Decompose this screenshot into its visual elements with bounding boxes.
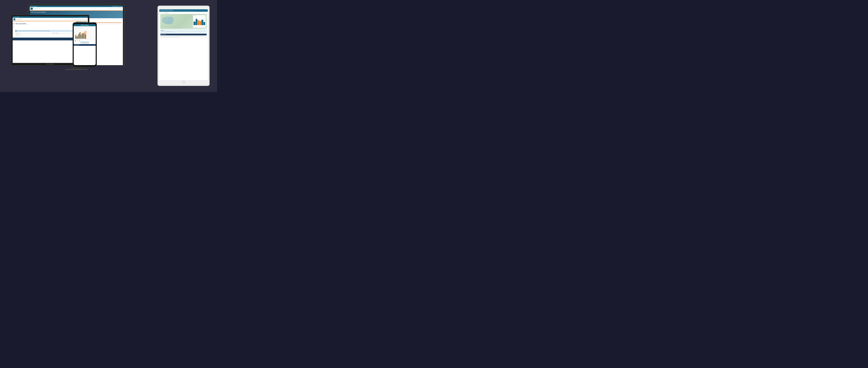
show-table-button[interactable]: SHOW TABLE	[84, 42, 89, 43]
email-icon[interactable]: ✉	[19, 17, 19, 18]
station-select[interactable]: Select a Station ▾	[164, 12, 169, 13]
disclaimer-title: Disclaimer	[161, 30, 206, 31]
hero-text: Delta Plan Performance Measures Tracking…	[30, 11, 123, 14]
tablet-chart-desc: This map shows the stations that have mi…	[160, 11, 207, 11]
org-label: Delta Stewardship Council	[112, 6, 119, 7]
linkedin-icon[interactable]: in	[17, 17, 18, 18]
legend-2012: Rating for 2012	[75, 40, 79, 41]
mini-bar-4	[199, 21, 202, 25]
expectations-text: Suppliers relying on the Delta watershed…	[16, 36, 51, 36]
nav-contact[interactable]: CONTACT	[120, 8, 122, 9]
map-pin-3[interactable]	[166, 22, 166, 22]
twitter-icon[interactable]: t	[34, 6, 34, 7]
site-nav: PERFORMANCE MEASURES ▾ ABOUT ▾ CONTACT	[109, 8, 122, 9]
bar-2014-6	[83, 33, 83, 39]
legend-swatch-2014	[79, 40, 80, 41]
nav-about[interactable]: ABOUT ▾	[82, 19, 84, 20]
bar-group-4	[80, 32, 81, 39]
tablet-content: Station options Select a Station ▾	[159, 12, 208, 39]
measure-text: Water contractors or urban water supplie…	[16, 33, 51, 35]
bar-2014-5	[82, 33, 82, 39]
twitter-icon[interactable]: t	[16, 17, 17, 18]
logo-text: DELTA STEWARDSHIP COUNCIL Delta Plan Per…	[33, 8, 40, 9]
sidebar-dot-1[interactable]	[13, 25, 14, 25]
sidebar-dot-4[interactable]	[13, 28, 14, 29]
tablet-home-button[interactable]	[182, 81, 185, 84]
phone-screen: NFIP Credit Ratings The chart shows Comm…	[74, 24, 96, 65]
hero-subtitle: Tracking progress in achieving the coequ…	[31, 13, 122, 13]
disclaimer-text: Data collected as of May 2019 at the ear…	[161, 31, 206, 32]
bar-2014-8	[86, 31, 86, 39]
about-measure-toggle[interactable]: ∧	[206, 34, 206, 35]
settings-label[interactable]: ⚙ Settings	[85, 17, 87, 18]
tablet-chart-title: Number of Days Not Meeting the Minimum	[160, 10, 207, 10]
bar-2014-3	[79, 34, 79, 39]
menu-icon[interactable]	[13, 24, 14, 24]
bar-2012-3	[78, 34, 79, 39]
bar-2012-7	[84, 33, 84, 39]
camera	[183, 8, 184, 8]
share-bar: Share: f t in ✉	[31, 6, 37, 7]
legend-swatch-2012	[75, 40, 75, 41]
phone-buttons: & CSV SHOW TABLE	[74, 41, 95, 43]
mini-bar-2	[196, 19, 197, 25]
laptop-topbar: Share: f t in ✉ Delta Stewardship Counci…	[13, 16, 88, 18]
chart-bars	[75, 29, 94, 39]
x-axis-labels: 07 08 09 10 11 12 13 14	[75, 39, 94, 39]
nav-contact[interactable]: CONTACT	[85, 19, 87, 20]
tablet-mockup: Number of Days Not Meeting the Minimum T…	[157, 6, 210, 86]
topbar-right: Delta Stewardship Council ⚙ Settings	[112, 6, 122, 7]
phone-chart: 07 08 09 10 11 12 13 14	[74, 29, 95, 40]
nav-performance-measures[interactable]: PERFORMANCE MEASURES ▾	[109, 8, 116, 9]
nav-performance-measures[interactable]: PERFORMANCE MEASURES ▾	[74, 19, 81, 20]
sidebar-dot-2[interactable]	[13, 26, 14, 26]
x-label-14: 14	[86, 39, 87, 39]
bar-group-2	[77, 36, 78, 39]
legend-label-2012: Rating for 2012	[76, 41, 79, 41]
org-tagline: Delta Plan Performance Measures	[16, 19, 23, 20]
share-label: Share:	[31, 6, 32, 7]
settings-label[interactable]: ⚙ Settings	[119, 6, 122, 7]
map-pin-2[interactable]	[167, 18, 167, 19]
expectations-label: EXPECTATIONS	[16, 35, 51, 36]
facebook-icon[interactable]: f	[33, 6, 33, 7]
phone-content: The chart shows Community Rating System …	[74, 26, 96, 44]
phone-notch	[82, 23, 88, 24]
chevron-up-icon: ▲	[94, 44, 95, 45]
sidebar-dot-3[interactable]	[13, 27, 14, 27]
nav-about[interactable]: ABOUT ▾	[117, 8, 119, 9]
trackpad[interactable]	[46, 64, 54, 65]
site-topbar: Share: f t in ✉ Delta Stewardship Counci…	[30, 6, 123, 7]
phone-topbar: NFIP Credit Ratings	[74, 24, 96, 26]
map-pin-1[interactable]	[164, 20, 165, 20]
about-measure-header[interactable]: About the Measure ∧	[160, 34, 207, 35]
about-measure-label: About the Measure	[74, 45, 80, 45]
tablet-map: Days under threshold 717590	[160, 14, 207, 29]
linkedin-icon[interactable]: in	[35, 6, 36, 7]
legend-label-2014: Rating for 2014	[80, 41, 83, 41]
laptop-share-bar: Share: f t in ✉	[13, 17, 19, 18]
logo-area: DELTA STEWARDSHIP COUNCIL Delta Plan Per…	[31, 8, 40, 10]
x-label-13: 13	[84, 39, 86, 39]
csv-button[interactable]: & CSV	[81, 42, 84, 43]
tablet-header: Number of Days Not Meeting the Minimum T…	[159, 9, 208, 12]
measure-col: THE MEASURE Water contractors or urban w…	[16, 33, 51, 37]
bar-group-7	[84, 31, 85, 39]
bar-2012-5	[81, 35, 81, 39]
bar-2012-1	[75, 35, 76, 39]
site-header: DELTA STEWARDSHIP COUNCIL Delta Plan Per…	[30, 7, 123, 11]
x-label-12: 12	[83, 39, 84, 39]
phone-bottom-bar[interactable]: About the Measure ▲	[74, 44, 96, 46]
about-measure-title: About the Measure	[161, 34, 166, 35]
phone-description: The chart shows Community Rating System …	[74, 27, 95, 28]
page-title: Water Supply Reliability	[16, 23, 76, 24]
x-label-10: 10	[80, 39, 81, 39]
hero-title: Delta Plan Performance Measures	[31, 11, 122, 13]
tablet-screen: Number of Days Not Meeting the Minimum T…	[159, 9, 208, 80]
phone-frame: NFIP Credit Ratings The chart shows Comm…	[72, 22, 97, 67]
email-icon[interactable]: ✉	[36, 6, 37, 7]
facebook-icon[interactable]: f	[15, 17, 16, 18]
bar-2014-2	[77, 36, 78, 39]
bar-group-6	[82, 33, 84, 39]
org-tagline: Delta Plan Performance Measures	[33, 9, 40, 9]
